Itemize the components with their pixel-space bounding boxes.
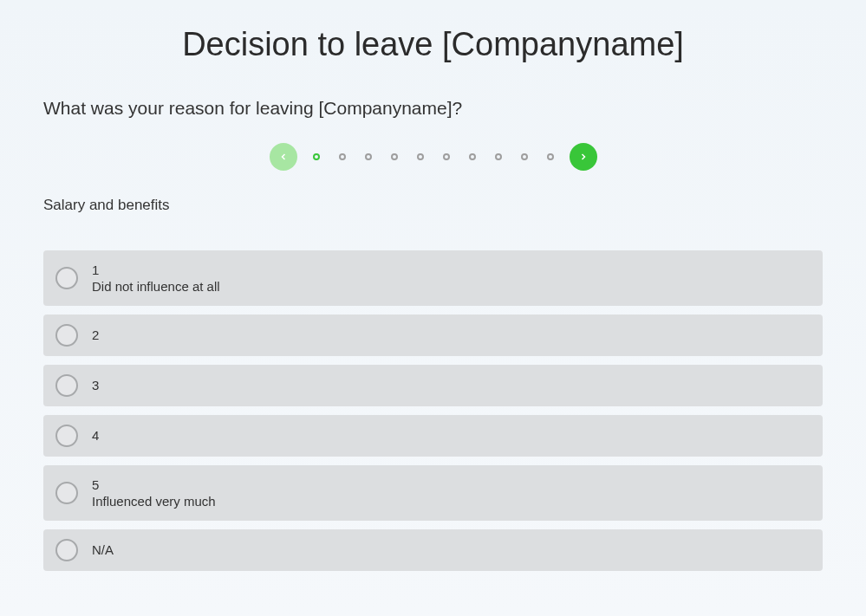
pager-dots xyxy=(313,153,554,160)
option-value: 2 xyxy=(92,327,99,344)
option-row[interactable]: N/A xyxy=(43,529,823,571)
option-label: Influenced very much xyxy=(92,493,216,510)
option-value: N/A xyxy=(92,541,114,559)
option-value: 1 xyxy=(92,262,220,279)
prev-button[interactable] xyxy=(270,143,297,171)
chevron-left-icon xyxy=(278,152,289,162)
option-row[interactable]: 2 xyxy=(43,314,823,356)
pager-dot[interactable] xyxy=(313,153,320,160)
radio-icon xyxy=(55,482,78,504)
question-text: What was your reason for leaving [Compan… xyxy=(43,98,823,119)
pager-dot[interactable] xyxy=(391,153,398,160)
pager-dot[interactable] xyxy=(521,153,528,160)
chevron-right-icon xyxy=(578,152,589,162)
pager-dot[interactable] xyxy=(495,153,502,160)
pager-dot[interactable] xyxy=(339,153,346,160)
pager xyxy=(43,143,823,171)
option-text: 5Influenced very much xyxy=(92,477,216,510)
option-row[interactable]: 5Influenced very much xyxy=(43,465,823,521)
option-text: 1Did not influence at all xyxy=(92,262,220,295)
next-button[interactable] xyxy=(570,143,597,171)
subtitle-text: Salary and benefits xyxy=(43,197,823,214)
option-row[interactable]: 3 xyxy=(43,365,823,406)
option-text: 3 xyxy=(92,377,99,394)
option-value: 5 xyxy=(92,477,216,494)
pager-dot[interactable] xyxy=(469,153,476,160)
page-title: Decision to leave [Companyname] xyxy=(43,0,823,98)
radio-icon xyxy=(55,324,78,347)
radio-icon xyxy=(55,267,78,289)
pager-dot[interactable] xyxy=(417,153,424,160)
option-text: 4 xyxy=(92,427,99,444)
pager-dot[interactable] xyxy=(443,153,450,160)
radio-icon xyxy=(55,425,78,447)
radio-icon xyxy=(55,374,78,397)
option-row[interactable]: 1Did not influence at all xyxy=(43,250,823,306)
option-text: 2 xyxy=(92,327,99,344)
pager-dot[interactable] xyxy=(365,153,372,160)
option-value: 3 xyxy=(92,377,99,394)
radio-icon xyxy=(55,539,78,561)
pager-dot[interactable] xyxy=(547,153,554,160)
option-row[interactable]: 4 xyxy=(43,415,823,457)
options-list: 1Did not influence at all2345Influenced … xyxy=(43,250,823,571)
option-text: N/A xyxy=(92,541,114,559)
option-value: 4 xyxy=(92,427,99,444)
option-label: Did not influence at all xyxy=(92,278,220,295)
